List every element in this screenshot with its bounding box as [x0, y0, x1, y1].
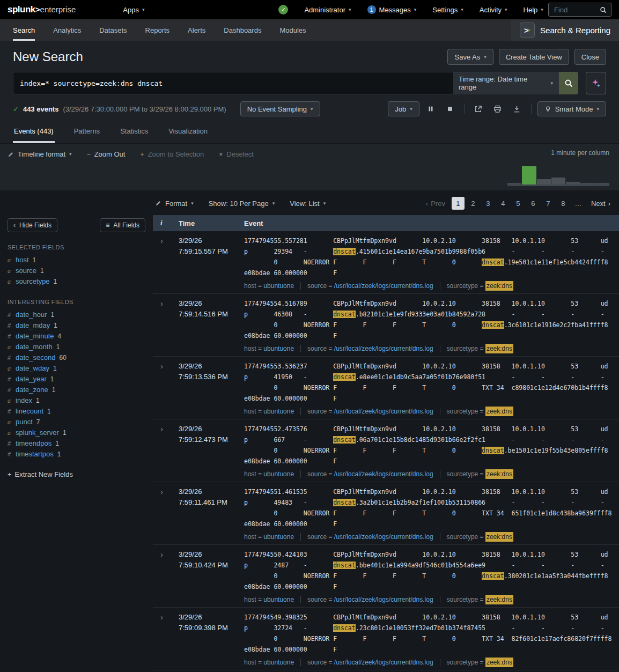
- field-timeendpos[interactable]: #timeendpos1: [8, 438, 145, 449]
- timeline-format-button[interactable]: Timeline format ▾: [8, 150, 72, 158]
- event-expand-chevron[interactable]: ›: [160, 298, 179, 353]
- timeline-bar[interactable]: [551, 178, 565, 184]
- event-source-value[interactable]: /usr/local/zeek/logs/current/dns.log: [334, 344, 433, 353]
- save-as-button[interactable]: Save As ▾: [447, 49, 493, 65]
- prev-page-button[interactable]: ‹ Prev: [426, 200, 445, 208]
- field-punct[interactable]: apunct7: [8, 417, 145, 427]
- zoom-to-selection-button[interactable]: + Zoom to Selection: [140, 150, 204, 158]
- field-timestartpos[interactable]: #timestartpos1: [8, 449, 145, 460]
- time-column-header[interactable]: Time: [179, 219, 244, 227]
- field-source[interactable]: asource1: [8, 265, 145, 276]
- event-host-value[interactable]: ubuntuone: [263, 344, 294, 353]
- event-expand-chevron[interactable]: ›: [160, 612, 179, 667]
- timeline-bar[interactable]: [522, 166, 536, 184]
- app-tab-reports[interactable]: Reports: [145, 19, 170, 41]
- event-sourcetype-value[interactable]: zeek:dns: [485, 281, 513, 291]
- timeline-histogram[interactable]: [507, 164, 609, 186]
- current-app[interactable]: >> Search & Reporting: [511, 19, 619, 41]
- search-query-input[interactable]: [13, 72, 453, 94]
- app-tab-modules[interactable]: Modules: [279, 19, 306, 41]
- event-host-value[interactable]: ubuntuone: [263, 407, 294, 416]
- field-date_second[interactable]: #date_second60: [8, 352, 145, 363]
- event-expand-chevron[interactable]: ›: [160, 361, 179, 416]
- event-source-value[interactable]: /usr/local/zeek/logs/current/dns.log: [334, 469, 433, 479]
- field-date_zone[interactable]: #date_zone1: [8, 385, 145, 395]
- timeline-bar[interactable]: [507, 183, 521, 184]
- field-date_hour[interactable]: #date_hour1: [8, 309, 145, 320]
- field-host[interactable]: ahost1: [8, 255, 145, 265]
- field-date_minute[interactable]: #date_minute4: [8, 331, 145, 342]
- hide-fields-button[interactable]: ‹ Hide Fields: [8, 218, 57, 232]
- messages-menu[interactable]: 1 Messages ▾: [367, 5, 417, 14]
- timeline-bar[interactable]: [537, 179, 551, 184]
- activity-menu[interactable]: Activity ▾: [480, 6, 507, 14]
- field-sourcetype[interactable]: asourcetype1: [8, 276, 145, 287]
- app-tab-dashboards[interactable]: Dashboards: [224, 19, 261, 41]
- zoom-out-button[interactable]: − Zoom Out: [87, 150, 126, 158]
- view-selector[interactable]: View: List ▾: [290, 200, 326, 208]
- result-tab-events-443[interactable]: Events (443): [13, 122, 55, 143]
- field-date_month[interactable]: adate_month1: [8, 342, 145, 352]
- search-icon[interactable]: [600, 6, 607, 13]
- event-sourcetype-value[interactable]: zeek:dns: [485, 532, 513, 542]
- field-date_mday[interactable]: #date_mday1: [8, 320, 145, 331]
- event-sourcetype-value[interactable]: zeek:dns: [485, 658, 513, 667]
- event-source-value[interactable]: /usr/local/zeek/logs/current/dns.log: [334, 532, 433, 542]
- event-host-value[interactable]: ubuntuone: [263, 595, 294, 604]
- app-tab-alerts[interactable]: Alerts: [188, 19, 205, 41]
- next-page-button[interactable]: Next ›: [591, 200, 610, 208]
- field-linecount[interactable]: #linecount1: [8, 406, 145, 417]
- stop-button[interactable]: [442, 101, 458, 116]
- share-button[interactable]: [470, 101, 487, 116]
- print-button[interactable]: [490, 101, 506, 116]
- result-tab-visualization[interactable]: Visualization: [167, 122, 209, 143]
- result-tab-statistics[interactable]: Statistics: [119, 122, 149, 143]
- extract-new-fields-link[interactable]: + Extract New Fields: [8, 470, 145, 478]
- help-menu[interactable]: Help ▾: [524, 6, 543, 14]
- run-search-button[interactable]: [559, 72, 578, 94]
- event-host-value[interactable]: ubuntuone: [263, 532, 294, 542]
- export-button[interactable]: [509, 101, 525, 116]
- event-host-value[interactable]: ubuntuone: [263, 658, 294, 667]
- app-tab-datasets[interactable]: Datasets: [99, 19, 127, 41]
- event-sourcetype-value[interactable]: zeek:dns: [485, 595, 513, 604]
- app-tab-search[interactable]: Search: [13, 19, 35, 41]
- event-sampling-selector[interactable]: No Event Sampling ▾: [240, 101, 320, 116]
- page-button-2[interactable]: 2: [467, 197, 480, 210]
- event-host-value[interactable]: ubuntuone: [263, 469, 294, 479]
- ai-assistant-button[interactable]: [586, 72, 606, 94]
- event-source-value[interactable]: /usr/local/zeek/logs/current/dns.log: [334, 407, 433, 416]
- event-expand-chevron[interactable]: ›: [160, 424, 179, 479]
- event-source-value[interactable]: /usr/local/zeek/logs/current/dns.log: [334, 658, 433, 667]
- event-expand-chevron[interactable]: ›: [160, 486, 179, 542]
- page-button-6[interactable]: 6: [527, 197, 540, 210]
- search-mode-selector[interactable]: Smart Mode ▾: [537, 101, 606, 116]
- app-tab-analytics[interactable]: Analytics: [53, 19, 81, 41]
- event-host-value[interactable]: ubuntuone: [263, 281, 294, 291]
- event-expand-chevron[interactable]: ›: [160, 549, 179, 604]
- event-source-value[interactable]: /usr/local/zeek/logs/current/dns.log: [334, 281, 433, 291]
- health-indicator-icon[interactable]: ✓: [278, 5, 288, 14]
- apps-menu[interactable]: Apps ▾: [123, 6, 144, 14]
- field-date_wday[interactable]: adate_wday1: [8, 363, 145, 374]
- timeline-bar[interactable]: [566, 182, 580, 184]
- find-input[interactable]: [553, 5, 595, 14]
- page-button-8[interactable]: 8: [557, 197, 570, 210]
- format-button[interactable]: Format ▾: [155, 200, 194, 208]
- page-button-1[interactable]: 1: [452, 197, 465, 210]
- field-date_year[interactable]: #date_year1: [8, 374, 145, 385]
- pause-button[interactable]: [423, 101, 439, 116]
- all-fields-button[interactable]: ≡ All Fields: [100, 218, 145, 232]
- field-splunk_server[interactable]: asplunk_server1: [8, 427, 145, 438]
- page-button-3[interactable]: 3: [482, 197, 495, 210]
- field-index[interactable]: aindex1: [8, 395, 145, 406]
- create-table-view-button[interactable]: Create Table View: [499, 49, 569, 65]
- page-button-7[interactable]: 7: [542, 197, 555, 210]
- page-button-5[interactable]: 5: [512, 197, 525, 210]
- administrator-menu[interactable]: Administrator ▾: [304, 6, 351, 14]
- timeline-bar[interactable]: [580, 183, 594, 184]
- event-source-value[interactable]: /usr/local/zeek/logs/current/dns.log: [334, 595, 433, 604]
- event-sourcetype-value[interactable]: zeek:dns: [485, 407, 513, 416]
- result-tab-patterns[interactable]: Patterns: [73, 122, 101, 143]
- time-range-picker[interactable]: Time range: Date time range ▾: [453, 72, 559, 94]
